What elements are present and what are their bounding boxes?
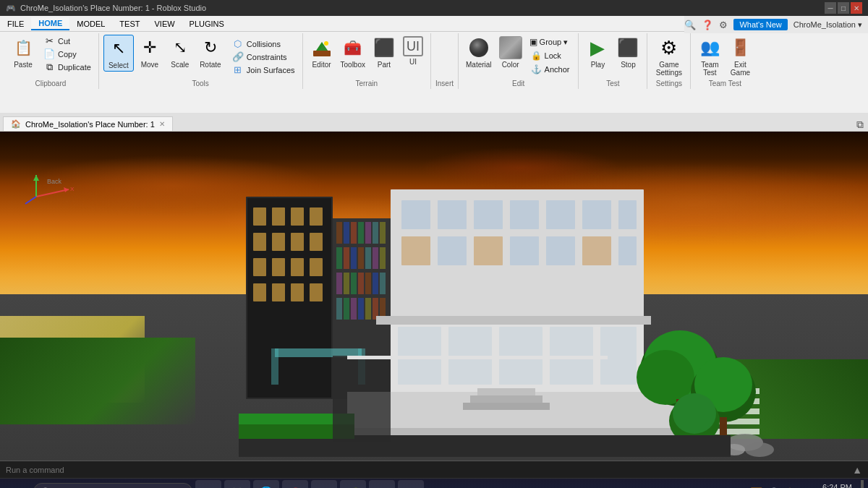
search-ribbon-icon[interactable]: 🔍 [684,20,696,30]
svg-rect-13 [291,233,304,251]
minimize-button[interactable]: ─ [825,2,836,14]
game-settings-label: Game Settings [656,61,682,77]
svg-rect-64 [546,236,575,265]
anchor-button[interactable]: ⚓ Anchor [527,63,574,76]
part-button[interactable]: ⬛ Part [370,35,399,70]
move-button[interactable]: ✛ Move [135,35,164,70]
svg-rect-33 [351,247,357,269]
svg-rect-38 [336,273,342,294]
svg-rect-66 [618,236,637,265]
rotate-button[interactable]: ↻ Rotate [196,35,225,70]
svg-rect-61 [438,236,467,265]
cut-label: Cut [58,37,70,46]
editor-icon [310,36,333,59]
color-button[interactable]: Color [496,35,525,70]
restore-button[interactable]: ⧉ [856,119,864,131]
tab-label: ChroMe_Isolation's Place Number: 1 [25,120,155,129]
command-input[interactable] [6,466,852,474]
close-button[interactable]: ✕ [851,2,862,14]
taskbar-roblox-button[interactable]: 🎮 [224,480,250,489]
anchor-icon: ⚓ [531,64,542,74]
svg-line-111 [25,197,36,204]
command-expand-button[interactable]: ▲ [852,464,862,476]
svg-point-4 [469,38,488,57]
test-group: ▶ Play ⬛ Stop Test [579,33,647,89]
maximize-button[interactable]: □ [838,2,849,14]
svg-rect-68 [474,236,503,265]
part-label: Part [378,61,391,69]
cut-button[interactable]: ✂ Cut [41,35,73,47]
svg-rect-8 [272,207,285,226]
taskbar-app1-button[interactable]: 🍊 [340,480,366,489]
whats-new-button[interactable]: What's New [733,19,787,30]
team-test-button[interactable]: 👥 Team Test [695,35,724,78]
lock-button[interactable]: 🔒 Lock [527,49,574,62]
constraints-button[interactable]: 🔗 Constraints [229,51,290,63]
taskbar-app2-button[interactable]: ◆ [398,480,424,489]
start-button[interactable]: ⊞ [4,480,30,489]
help-icon[interactable]: ❓ [702,20,713,30]
show-desktop-button[interactable] [861,480,864,489]
stop-button[interactable]: ⬛ Stop [613,35,642,70]
ui-button[interactable]: UI UI [400,35,426,67]
taskbar-store-button[interactable]: 🛍 [369,480,395,489]
svg-rect-48 [358,298,364,320]
tab-icon: 🏠 [11,119,21,129]
tab-close-button[interactable]: ✕ [159,120,165,128]
toolbox-icon: 🧰 [341,36,365,59]
copy-button[interactable]: 📄 Copy [41,48,80,60]
svg-rect-27 [358,222,364,244]
part-icon: ⬛ [373,36,396,59]
menu-model[interactable]: MODEL [69,18,112,30]
collisions-button[interactable]: ⬡ Collisions [229,38,284,50]
command-bar: ▲ [0,461,868,478]
select-button[interactable]: ↖ Select [103,35,134,72]
scale-button[interactable]: ⤡ Scale [166,35,195,70]
play-button[interactable]: ▶ Play [583,35,612,70]
menu-view[interactable]: VIEW [147,18,182,30]
search-bar[interactable]: 🔍 🎤 [33,483,192,489]
clipboard-label: Clipboard [7,80,94,89]
exit-game-icon: 🚪 [728,36,752,59]
svg-rect-39 [344,273,349,294]
rotate-icon: ↻ [199,36,222,59]
anchor-label: Anchor [545,65,570,74]
viewport[interactable]: Back X [0,132,868,461]
document-tab[interactable]: 🏠 ChroMe_Isolation's Place Number: 1 ✕ [3,116,173,131]
group-icon: ▣ [529,37,537,47]
svg-rect-54 [438,200,467,229]
game-settings-button[interactable]: ⚙ Game Settings [653,35,685,78]
taskbar-opera-button[interactable]: 🔴 [282,480,308,489]
clock[interactable]: 6:24 PM 11/23/2019 [812,482,852,488]
terrain-group: Editor 🧰 Toolbox ⬛ Part UI UI Terrain [303,33,431,89]
toolbox-button[interactable]: 🧰 Toolbox [338,35,368,70]
ribbon-user[interactable]: ChroMe_Isolation ▾ [793,20,862,30]
menu-file[interactable]: FILE [0,18,31,30]
editor-button[interactable]: Editor [307,35,336,70]
constraints-label: Constraints [247,53,287,61]
color-icon [499,36,522,59]
menu-test[interactable]: TEST [112,18,147,30]
svg-text:Back: Back [47,178,62,185]
taskbar-right: 📶 🔊 🔔 ⌃ 6:24 PM 11/23/2019 [750,480,864,489]
exit-game-button[interactable]: 🚪 Exit Game [726,35,754,78]
svg-rect-14 [310,233,323,251]
taskbar-mail-button[interactable]: ✉ [195,480,221,489]
group-button[interactable]: ▣ Group ▾ [527,36,574,48]
paste-button[interactable]: 📋 Paste [7,35,39,70]
svg-point-94 [673,393,716,434]
taskbar-files-button[interactable]: 📁 [311,480,337,489]
svg-rect-105 [333,356,391,442]
team-test-icon: 👥 [698,36,721,59]
team-test-label: Team Test [695,80,754,89]
menu-home[interactable]: HOME [31,17,69,30]
stop-icon: ⬛ [616,36,639,59]
duplicate-button[interactable]: ⧉ Duplicate [41,61,94,74]
taskbar-edge-button[interactable]: 🌐 [253,480,279,489]
join-surfaces-button[interactable]: ⊞ Join Surfaces [229,64,298,76]
material-button[interactable]: Material [463,35,495,70]
settings-icon[interactable]: ⚙ [719,20,728,30]
menu-plugins[interactable]: PLUGINS [182,18,231,30]
lock-label: Lock [545,51,561,60]
svg-rect-17 [291,258,304,276]
